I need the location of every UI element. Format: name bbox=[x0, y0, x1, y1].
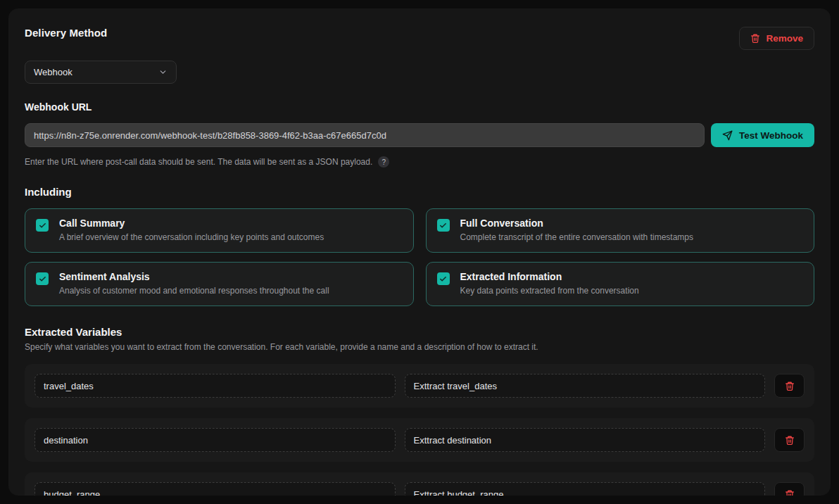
option-title: Sentiment Analysis bbox=[59, 271, 329, 282]
test-webhook-button[interactable]: Test Webhook bbox=[711, 123, 814, 147]
trash-icon bbox=[785, 381, 795, 391]
webhook-helper-text: Enter the URL where post-call data shoul… bbox=[25, 157, 372, 167]
checkbox-checked[interactable] bbox=[437, 272, 450, 285]
trash-icon bbox=[785, 435, 795, 446]
checkbox-checked[interactable] bbox=[36, 272, 49, 285]
checkbox-checked[interactable] bbox=[437, 219, 450, 232]
panel-header: Delivery Method Remove bbox=[25, 27, 814, 50]
delivery-method-label: Delivery Method bbox=[25, 27, 107, 39]
extracted-variables-list bbox=[25, 364, 814, 496]
variable-name-input[interactable] bbox=[34, 482, 396, 496]
option-extracted-information[interactable]: Extracted Information Key data points ex… bbox=[426, 262, 815, 306]
variable-name-input[interactable] bbox=[34, 428, 396, 452]
option-sentiment-analysis[interactable]: Sentiment Analysis Analysis of customer … bbox=[25, 262, 414, 306]
test-webhook-label: Test Webhook bbox=[739, 130, 803, 141]
check-icon bbox=[39, 222, 46, 229]
check-icon bbox=[439, 275, 447, 283]
delivery-method-selected-value: Webhook bbox=[34, 67, 72, 77]
webhook-helper-row: Enter the URL where post-call data shoul… bbox=[25, 156, 814, 168]
option-description: Key data points extracted from the conve… bbox=[460, 286, 639, 296]
including-options-grid: Call Summary A brief overview of the con… bbox=[25, 208, 814, 306]
remove-button[interactable]: Remove bbox=[739, 27, 814, 50]
chevron-down-icon bbox=[158, 68, 168, 77]
variable-name-input[interactable] bbox=[34, 374, 396, 398]
trash-icon bbox=[750, 33, 760, 44]
trash-icon bbox=[785, 489, 795, 496]
option-title: Call Summary bbox=[59, 218, 324, 229]
check-icon bbox=[39, 275, 46, 283]
check-icon bbox=[439, 222, 447, 229]
delete-variable-button[interactable] bbox=[774, 428, 805, 452]
variable-row bbox=[25, 364, 814, 408]
delete-variable-button[interactable] bbox=[774, 482, 805, 496]
extracted-variables-description: Specify what variables you want to extra… bbox=[25, 342, 814, 352]
extracted-variables-label: Extracted Variables bbox=[25, 326, 814, 338]
remove-button-label: Remove bbox=[766, 33, 803, 44]
webhook-url-input[interactable] bbox=[25, 123, 705, 147]
option-description: Analysis of customer mood and emotional … bbox=[59, 286, 329, 296]
including-label: Including bbox=[25, 186, 814, 198]
variable-description-input[interactable] bbox=[405, 374, 766, 398]
send-icon bbox=[722, 130, 733, 141]
variable-row bbox=[25, 472, 814, 496]
help-icon[interactable]: ? bbox=[378, 156, 389, 168]
delivery-settings-panel: Delivery Method Remove Webhook Webhook U… bbox=[8, 8, 831, 496]
delete-variable-button[interactable] bbox=[774, 374, 805, 398]
delivery-method-select[interactable]: Webhook bbox=[25, 61, 177, 84]
option-title: Full Conversation bbox=[460, 218, 693, 229]
variable-row bbox=[25, 418, 814, 462]
variable-description-input[interactable] bbox=[405, 428, 766, 452]
webhook-url-row: Test Webhook bbox=[25, 123, 814, 147]
checkbox-checked[interactable] bbox=[36, 219, 49, 232]
variable-description-input[interactable] bbox=[405, 482, 766, 496]
option-full-conversation[interactable]: Full Conversation Complete transcript of… bbox=[426, 208, 815, 253]
webhook-url-label: Webhook URL bbox=[25, 101, 814, 113]
option-description: A brief overview of the conversation inc… bbox=[59, 232, 324, 242]
option-title: Extracted Information bbox=[460, 271, 639, 282]
option-description: Complete transcript of the entire conver… bbox=[460, 232, 693, 242]
option-call-summary[interactable]: Call Summary A brief overview of the con… bbox=[25, 208, 414, 253]
